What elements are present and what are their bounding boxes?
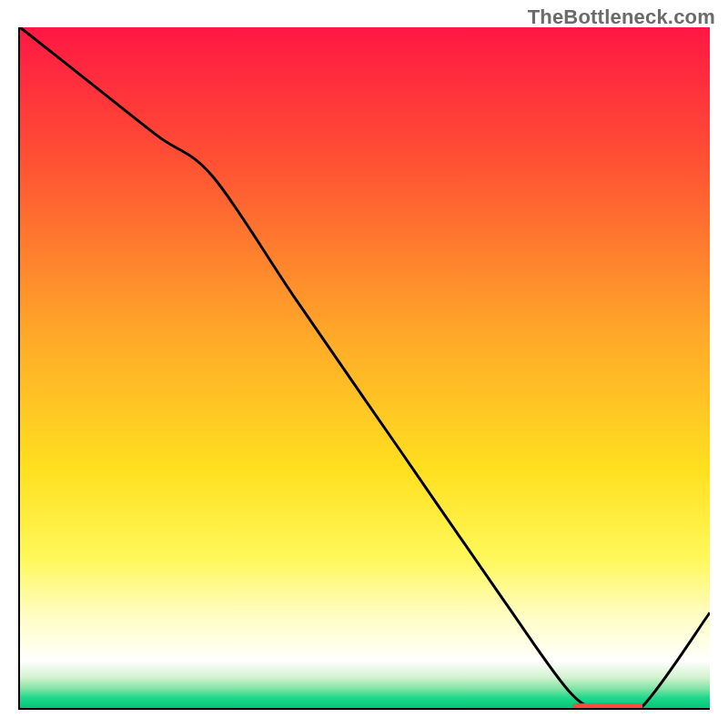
background-rect: [20, 27, 710, 708]
plot-svg: [20, 27, 710, 708]
watermark-text: TheBottleneck.com: [528, 5, 715, 29]
optimal-range-marker: [573, 703, 642, 711]
chart-container: TheBottleneck.com: [0, 0, 728, 728]
plot-area: [18, 27, 710, 710]
